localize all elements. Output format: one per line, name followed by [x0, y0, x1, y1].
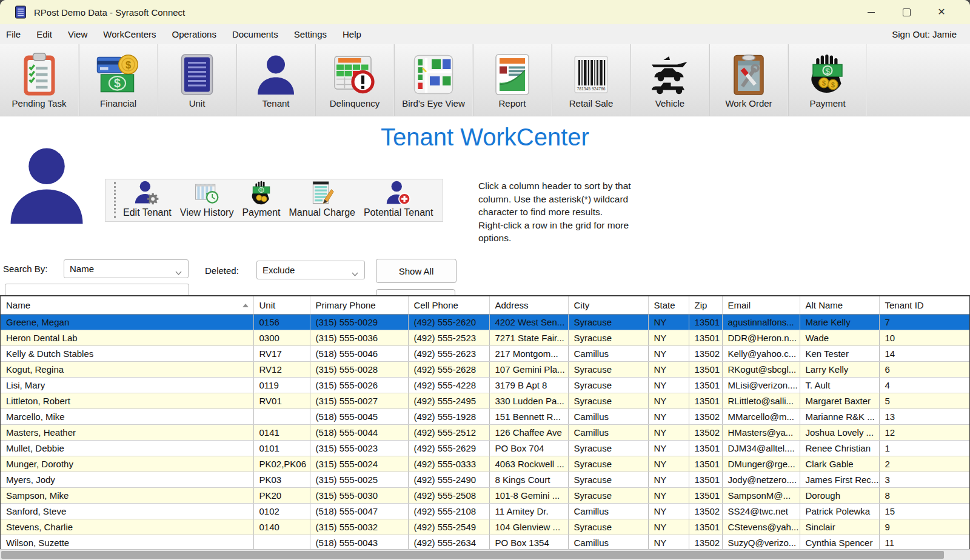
cell-address: 3179 B Apt 8: [489, 378, 568, 393]
tenant-row-littleton-robert[interactable]: Littleton, RobertRV01(315) 555-0027(492)…: [1, 393, 969, 409]
column-header-label: City: [574, 300, 590, 310]
toolbar-button-pending-task[interactable]: Pending Task: [0, 44, 79, 116]
cell-email: agustinnalfons...: [722, 315, 800, 330]
toolbar-button-delinquency[interactable]: Delinquency: [315, 44, 394, 116]
cell-alt-name: Dorough: [800, 488, 879, 504]
action-button-label: Manual Charge: [289, 207, 355, 218]
tenant-avatar-icon: [5, 143, 89, 225]
column-header-address[interactable]: Address: [489, 296, 568, 315]
cell-state: NY: [648, 488, 689, 504]
cell-alt-name: Clark Gable: [800, 456, 879, 472]
toolbar-button-label: Financial: [100, 98, 136, 108]
app-window: RPost Demo Data - Syrasoft Connect ✕ Fil…: [0, 0, 970, 560]
toolbar-button-unit[interactable]: Unit: [158, 44, 236, 116]
column-header-tenant-id[interactable]: Tenant ID: [879, 296, 969, 315]
cell-alt-name: Cynthia Spencer: [800, 535, 879, 551]
tenant-row-kogut-regina[interactable]: Kogut, ReginaRV12(315) 555-0028(492) 555…: [1, 362, 969, 378]
action-button-view-history[interactable]: View History: [180, 180, 234, 218]
column-header-unit[interactable]: Unit: [253, 296, 310, 315]
tenant-row-sanford-steve[interactable]: Sanford, Steve0102(518) 555-0047(492) 55…: [1, 504, 969, 519]
tenant-row-greene-megan[interactable]: Greene, Megan0156(315) 555-0029(492) 555…: [1, 315, 969, 330]
tenant-row-stevens-charlie[interactable]: Stevens, Charlie0140(315) 555-0032(492) …: [1, 519, 969, 535]
menu-documents[interactable]: Documents: [224, 24, 286, 44]
column-header-city[interactable]: City: [568, 296, 648, 315]
menu-help[interactable]: Help: [335, 24, 369, 44]
action-button-potential-tenant[interactable]: Potential Tenant: [364, 180, 433, 218]
show-all-button[interactable]: Show All: [376, 259, 457, 283]
toolbar-button-retail-sale[interactable]: 781345 924786Retail Sale: [552, 44, 630, 116]
instructions-line2: Right-click a row in the grid for more o…: [478, 219, 655, 245]
cell-tenant-id: 5: [879, 393, 969, 409]
minimize-button[interactable]: [854, 0, 889, 24]
action-button-manual-charge[interactable]: Manual Charge: [289, 180, 355, 218]
menu-settings[interactable]: Settings: [286, 24, 335, 44]
tenant-row-kelly-dutch-stables[interactable]: Kelly & Dutch StablesRV17(518) 555-0046(…: [1, 346, 969, 362]
close-icon: ✕: [937, 7, 945, 17]
cell-primary-phone: (315) 555-0025: [310, 472, 408, 488]
tenant-table: NameUnitPrimary PhoneCell PhoneAddressCi…: [1, 296, 969, 551]
toolbar-button-report[interactable]: Report: [473, 44, 552, 116]
tenant-row-marcello-mike[interactable]: Marcello, Mike(518) 555-0045(492) 555-19…: [1, 409, 969, 425]
column-header-zip[interactable]: Zip: [689, 296, 722, 315]
tenant-row-munger-dorothy[interactable]: Munger, DorothyPK02,PK06(315) 555-0024(4…: [1, 456, 969, 472]
tenant-row-wilson-suzette[interactable]: Wilson, Suzette(518) 555-0043(492) 555-2…: [1, 535, 969, 551]
tenant-row-myers-jody[interactable]: Myers, JodyPK03(315) 555-0025(492) 555-2…: [1, 472, 969, 488]
cell-city: Syracuse: [568, 393, 648, 409]
column-header-cell-phone[interactable]: Cell Phone: [408, 296, 489, 315]
scrollbar-thumb[interactable]: [1, 551, 944, 559]
tenant-row-masters-heather[interactable]: Masters, Heather0141(518) 555-0044(492) …: [1, 425, 969, 441]
column-header-label: Tenant ID: [885, 300, 924, 310]
search-by-dropdown[interactable]: Name: [64, 259, 189, 278]
toolbar-button-work-order[interactable]: Work Order: [709, 44, 788, 116]
toolbar-button-label: Payment: [809, 98, 845, 108]
toolbar-button-vehicle[interactable]: Vehicle: [630, 44, 709, 116]
toolbar-button-financial[interactable]: $$Financial: [79, 44, 158, 116]
toolbar-button-payment[interactable]: $$$Payment: [788, 44, 867, 116]
cell-primary-phone: (315) 555-0029: [310, 315, 408, 330]
deleted-dropdown[interactable]: Exclude: [256, 261, 365, 279]
tenant-row-sampson-mike[interactable]: Sampson, MikePK20(315) 555-0030(492) 555…: [1, 488, 969, 504]
search-by-label: Search By:: [3, 264, 47, 274]
cell-state: NY: [648, 535, 689, 551]
action-button-payment[interactable]: $Payment: [242, 180, 280, 218]
cell-cell-phone: (492) 555-2634: [408, 535, 489, 551]
cell-unit: RV12: [253, 362, 310, 378]
cell-name: Mullet, Debbie: [1, 441, 253, 456]
cell-tenant-id: 1: [879, 441, 969, 456]
menu-edit[interactable]: Edit: [28, 24, 60, 44]
cell-address: PO Box 704: [489, 441, 568, 456]
tenant-row-heron-dental-lab[interactable]: Heron Dental Lab0300(315) 555-0036(492) …: [1, 330, 969, 346]
sign-out-link[interactable]: Sign Out: Jamie: [892, 29, 970, 39]
action-button-edit-tenant[interactable]: Edit Tenant: [123, 180, 172, 218]
potential-tenant-icon: [384, 180, 412, 207]
tenant-row-mullet-debbie[interactable]: Mullet, Debbie0101(315) 555-0023(492) 55…: [1, 441, 969, 456]
tenant-row-lisi-mary[interactable]: Lisi, Mary0119(315) 555-0026(492) 555-42…: [1, 378, 969, 393]
column-header-label: Email: [728, 300, 751, 310]
birds-eye-view-icon: [412, 53, 455, 96]
column-header-email[interactable]: Email: [722, 296, 800, 315]
cell-zip: 13501: [689, 441, 722, 456]
close-button[interactable]: ✕: [924, 0, 959, 24]
deleted-value: Exclude: [257, 265, 352, 275]
horizontal-scrollbar[interactable]: [0, 549, 970, 560]
cell-state: NY: [648, 425, 689, 441]
cell-state: NY: [648, 472, 689, 488]
toolbar-button-label: Pending Task: [12, 98, 67, 108]
column-header-state[interactable]: State: [648, 296, 689, 315]
menu-view[interactable]: View: [60, 24, 95, 44]
column-header-name[interactable]: Name: [1, 296, 253, 315]
maximize-button[interactable]: [889, 0, 924, 24]
cell-email: DJM34@alltel....: [722, 441, 800, 456]
menu-file[interactable]: File: [0, 24, 28, 44]
menu-operations[interactable]: Operations: [164, 24, 224, 44]
toolbar-button-tenant[interactable]: Tenant: [236, 44, 315, 116]
cell-cell-phone: (492) 555-2508: [408, 488, 489, 504]
toolbar-button-bird-s-eye-view[interactable]: Bird's Eye View: [394, 44, 473, 116]
cell-tenant-id: 11: [879, 535, 969, 551]
toolbar-drag-handle[interactable]: [114, 182, 116, 218]
cell-primary-phone: (315) 555-0036: [310, 330, 408, 346]
cell-tenant-id: 7: [879, 315, 969, 330]
column-header-primary-phone[interactable]: Primary Phone: [310, 296, 408, 315]
column-header-alt-name[interactable]: Alt Name: [800, 296, 879, 315]
menu-workcenters[interactable]: WorkCenters: [95, 24, 164, 44]
